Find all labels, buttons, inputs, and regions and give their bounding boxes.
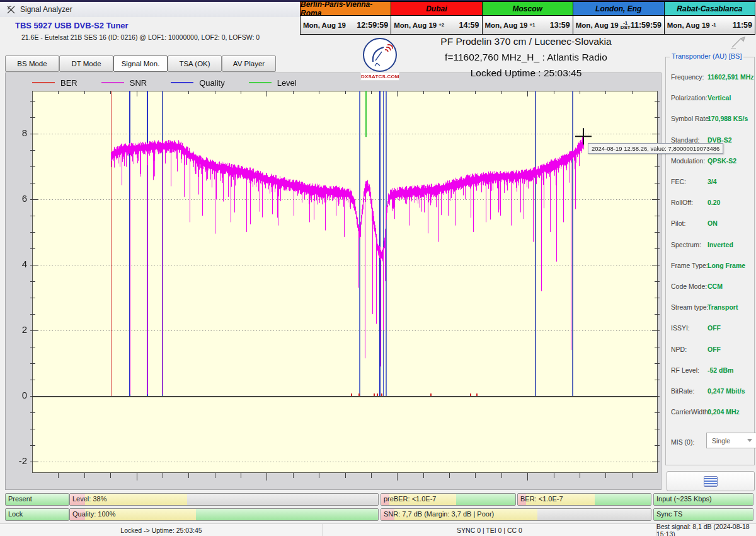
- transponder-panel: Frequency: 11602,591 MHzPolarization: Ve…: [665, 57, 755, 465]
- app-antenna-icon: [6, 4, 16, 17]
- status-bar: Locked -> Uptime: 25:03:45 SYNC 0 | TEI …: [0, 523, 756, 536]
- world-clocks: Berlin-Paris-Vienna-Roma Mon, Aug 19 12:…: [300, 1, 755, 35]
- tab-bs-mode[interactable]: BS Mode: [5, 55, 59, 72]
- clock-city: London, Eng: [573, 2, 664, 16]
- row-label: RF Level:: [671, 366, 699, 374]
- dxsatcs-logo: DXSATCS.COM: [360, 38, 399, 86]
- mis-label: MIS (0):: [671, 438, 694, 446]
- transponder-row-npd-: NPD: OFF: [671, 346, 750, 354]
- tuner-name: TBS 5927 USB DVB-S2 Tuner: [15, 21, 129, 30]
- status-best-signal: Best signal: 8,1 dB (2024-08-18 15:13): [656, 524, 756, 536]
- clock-london-eng: London, Eng Mon, Aug 19-1DST 11:59:59: [573, 2, 665, 34]
- indicator-label: SNR: 7,7 dB (Margin: 3,7 dB | Poor): [384, 510, 494, 518]
- indicator-label: BER: <1.0E-7: [520, 495, 563, 503]
- indicator-lock: Lock: [5, 508, 69, 521]
- dxsatcs-logo-dish-icon: [363, 38, 397, 72]
- clock-time: 12:59:59: [357, 21, 388, 30]
- clock-time-row: Mon, Aug 19-1 11:59: [665, 16, 755, 34]
- chevron-down-icon: [747, 439, 752, 442]
- indicator-label: Quality: 100%: [72, 510, 115, 518]
- row-value: CCM: [707, 283, 723, 290]
- row-value: Long Frame: [707, 262, 745, 269]
- transponder-row-frame-type-: Frame Type: Long Frame: [671, 262, 750, 271]
- chart-tooltip: 2024-08-19 12.58.26, value: 7,8000001907…: [588, 143, 723, 154]
- tab-tsa-ok-[interactable]: TSA (OK): [168, 55, 222, 72]
- status-locked-uptime: Locked -> Uptime: 25:03:45: [0, 524, 323, 536]
- legend-label: BER: [60, 78, 77, 88]
- clock-date: Mon, Aug 19: [485, 21, 528, 29]
- clock-city: Berlin-Paris-Vienna-Roma: [301, 2, 391, 16]
- legend-line-swatch: [249, 82, 272, 83]
- row-value: OFF: [707, 346, 721, 353]
- transponder-row-bitrate-: BitRate: 0,247 Mbit/s: [671, 387, 750, 396]
- row-label: RollOff:: [671, 199, 693, 206]
- tab-dt-mode[interactable]: DT Mode: [59, 55, 113, 72]
- row-label: FEC:: [671, 178, 686, 185]
- clock-city: Dubai: [391, 2, 481, 16]
- indicator-label: Level: 38%: [72, 495, 106, 503]
- indicator-quality-100: Quality: 100%: [69, 508, 379, 521]
- clock-city: Moscow: [483, 2, 573, 16]
- row-value: OFF: [707, 324, 721, 332]
- clock-date: Mon, Aug 19: [394, 21, 437, 29]
- transponder-row-issyi-: ISSYI: OFF: [671, 324, 750, 333]
- row-value: 3/4: [707, 178, 717, 185]
- row-value: 170,988 KS/s: [707, 115, 748, 122]
- indicator-label: preBER: <1.0E-7: [384, 495, 436, 503]
- clock-time: 11:59:59: [631, 21, 662, 30]
- legend-item-snr: SNR: [101, 78, 147, 88]
- tab-av-player[interactable]: AV Player: [222, 55, 276, 72]
- mis-value: Single: [712, 437, 730, 445]
- legend-item-level: Level: [249, 78, 297, 88]
- mis-dropdown[interactable]: Single: [706, 433, 756, 448]
- row-value: 11602,591 MHz: [707, 73, 754, 81]
- transponder-row-stream-type-: Stream type: Transport: [671, 303, 750, 312]
- row-value: 0,204 MHz: [707, 408, 740, 416]
- clock-berlin-paris-vienna-roma: Berlin-Paris-Vienna-Roma Mon, Aug 19 12:…: [301, 2, 391, 34]
- clock-time: 11:59: [733, 21, 752, 30]
- clock-rabat-casablanca: Rabat-Casablanca Mon, Aug 19-1 11:59: [665, 2, 755, 34]
- indicator-preber-1-0e-7: preBER: <1.0E-7: [381, 493, 516, 506]
- save-button[interactable]: [667, 471, 755, 491]
- transponder-row-carrierwidth-: CarrierWidth: 0,204 MHz: [671, 408, 750, 417]
- chart-legend: BER SNR Quality Level: [32, 76, 321, 90]
- clock-time: 13:59: [550, 21, 570, 30]
- mis-row: MIS (0): Single: [671, 436, 750, 447]
- clock-time: 14:59: [459, 21, 479, 30]
- transponder-row-code-mode-: Code Mode: CCM: [671, 283, 750, 291]
- row-label: Stream type:: [671, 303, 709, 311]
- row-label: Polarization:: [671, 94, 707, 102]
- indicator-label: Input (~235 Kbps): [656, 495, 712, 503]
- row-value: QPSK-S2: [707, 157, 736, 165]
- window-title: Signal Analyzer: [20, 5, 72, 14]
- row-label: Frame Type:: [671, 262, 708, 269]
- clock-time-row: Mon, Aug 19+1 13:59: [483, 16, 573, 34]
- indicator-level-38: Level: 38%: [69, 493, 379, 506]
- tab-signal-mon-[interactable]: Signal Mon.: [113, 55, 168, 72]
- legend-label: SNR: [130, 78, 147, 88]
- clock-city: Rabat-Casablanca: [665, 2, 755, 16]
- legend-label: Quality: [199, 78, 224, 88]
- legend-line-swatch: [32, 82, 55, 83]
- status-sync-tei-cc: SYNC 0 | TEI 0 | CC 0: [323, 524, 656, 536]
- clock-utc-offset: -1: [712, 23, 716, 27]
- chart-canvas[interactable]: [6, 73, 661, 489]
- transponder-row-symbol-rate-: Symbol Rate: 170,988 KS/s: [671, 115, 750, 124]
- indicator-label: Sync TS: [656, 510, 682, 518]
- row-label: ISSYI:: [671, 324, 690, 332]
- clock-time-row: Mon, Aug 19-1DST 11:59:59: [573, 16, 664, 34]
- indicator-sync-ts: Sync TS: [653, 508, 753, 521]
- indicator-input-235-kbps: Input (~235 Kbps): [653, 493, 753, 506]
- legend-line-swatch: [101, 82, 124, 83]
- indicator-present: Present: [5, 493, 69, 506]
- clock-utc-offset: +1: [529, 23, 535, 27]
- row-label: Symbol Rate:: [671, 115, 711, 122]
- row-value: -52 dBm: [707, 366, 733, 374]
- transponder-row-pilot-: Pilot: ON: [671, 219, 750, 228]
- transponder-row-fec-: FEC: 3/4: [671, 178, 750, 187]
- row-label: Pilot:: [671, 219, 685, 227]
- row-value: Transport: [707, 303, 738, 311]
- transponder-row-modulation-: Modulation: QPSK-S2: [671, 157, 750, 166]
- clock-date: Mon, Aug 19: [667, 21, 710, 29]
- site-title: PF Prodelin 370 cm / Lucenec-Slovakia: [362, 36, 690, 47]
